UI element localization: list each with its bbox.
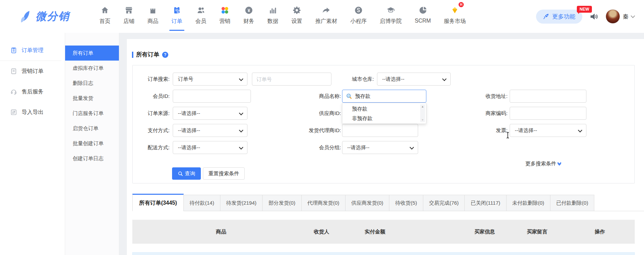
chevron-down-icon [239,111,243,115]
col-paid-amount: 实付金额 [365,220,385,244]
nav-item-orders[interactable]: 订单 [165,0,189,33]
reset-button[interactable]: 重置搜索条件 [203,167,245,180]
rocket-icon [543,13,549,20]
product-name-combobox[interactable]: 预存款 [342,90,426,103]
home-icon [100,5,109,15]
chevron-down-icon [239,77,243,81]
sidebar-item-after-sales[interactable]: 售后服务 [0,81,65,102]
more-search-link[interactable]: 更多搜索条件 [525,160,561,167]
nav-item-data[interactable]: 数据 [261,0,285,33]
submenu-item-store-service-orders[interactable]: 门店服务订单 [65,106,119,121]
text-cursor [506,132,510,139]
scroll-down-icon[interactable]: ▼ [421,118,424,122]
receiver-address-label: 收货地址: [439,90,508,103]
submenu-item-batch-shipment[interactable]: 批量发货 [65,91,119,106]
order-source-select[interactable]: --请选择-- [173,107,247,120]
nav-item-finance[interactable]: ¥ 财务 [237,0,261,33]
more-features-button[interactable]: 更多功能 NEW [536,10,582,24]
member-id-label: 会员ID: [133,90,170,103]
pie-chart-icon [418,5,427,15]
product-name-dropdown: 预存款 非预存款 ▲ ▼ [342,103,426,124]
marketing-icon [220,5,229,15]
nav-item-service-market[interactable]: H 服务市场 [437,0,472,33]
magnifier-icon [346,93,352,100]
dropdown-option[interactable]: 预存款 [342,104,426,114]
nav-item-goods[interactable]: 商品 [141,0,165,33]
nav-item-scrm[interactable]: SCRM [408,0,437,33]
nav-item-academy[interactable]: 启博学院 [373,0,408,33]
nav-item-marketing[interactable]: 营销 [213,0,237,33]
user-menu[interactable]: 秦 [606,9,634,24]
submenu-item-batch-create-orders[interactable]: 批量创建订单 [65,136,119,151]
sidebar-item-marketing-orders[interactable]: 营销订单 [0,61,65,81]
member-id-input[interactable] [173,90,251,103]
tab-completed[interactable]: 交易完成(76) [423,195,465,211]
merchant-code-input[interactable] [510,107,586,120]
nav-item-home[interactable]: 首页 [93,0,117,33]
col-receiver: 收货人 [314,220,329,244]
submenu-item-create-order-log[interactable]: 创建订单日志 [65,151,119,166]
nav-item-members[interactable]: 会员 [189,0,213,33]
orders-table-header: 商品 收货人 实付金额 买家信息 买家留言 操作 [132,220,635,244]
tab-partial-shipment[interactable]: 部分发货(0) [263,195,301,211]
nav-item-settings[interactable]: 设置 [285,0,309,33]
delivery-method-label: 配送方式: [133,141,170,154]
submenu-item-delete-log[interactable]: 删除日志 [65,76,119,91]
bag-icon [148,5,157,15]
tab-paid-deleted[interactable]: 已付款删除(0) [550,195,594,211]
tab-pending-shipment[interactable]: 待发货(2194) [220,195,263,211]
member-group-label: 会员分组: [272,141,341,154]
chevron-down-icon [578,128,582,132]
tab-all-orders[interactable]: 所有订单(3445) [132,194,184,211]
gear-icon [292,5,301,15]
tab-agent-shipment[interactable]: 代理商发货(0) [302,195,345,211]
announcement-speaker-icon[interactable] [589,12,599,21]
sidebar-item-label: 营销订单 [22,68,44,75]
col-product: 商品 [216,220,226,244]
chevron-down-icon [442,77,447,81]
order-search-type-select[interactable]: 订单号 [173,73,247,86]
nav-item-promo-material[interactable]: 推广素材 [309,0,344,33]
product-name-label: 商品名称: [272,90,341,103]
query-button[interactable]: 查询 [172,167,201,180]
tab-pending-receipt[interactable]: 待收货(5) [389,195,423,211]
tab-unpaid-deleted[interactable]: 未付款删除(0) [507,195,550,211]
hot-badge: H [459,2,464,7]
new-badge: NEW [577,6,592,13]
submenu-item-all-orders[interactable]: 所有订单 [65,46,119,61]
city-warehouse-select[interactable]: --请选择-- [377,73,451,86]
gem-icon: H [450,5,459,15]
app-logo[interactable]: 微分销 [19,9,89,24]
delivery-method-select[interactable]: --请选择-- [173,141,247,154]
ship-agent-id-label: 发货代理商ID: [272,124,341,137]
scroll-up-icon[interactable]: ▲ [421,105,424,108]
pay-method-label: 支付方式: [133,124,170,137]
submenu-item-qibo-warehouse-orders[interactable]: 启货仓订单 [65,121,119,136]
order-search-label: 订单搜索: [133,73,170,86]
col-buyer-info: 买家信息 [474,220,495,244]
dropdown-scrollbar[interactable]: ▲ ▼ [420,104,425,122]
chevron-down-icon [239,128,243,132]
main-content: 所有订单 ? 订单搜索: 订单号 城市仓库: --请选择-- 会员ID: 商品名… [119,33,644,255]
help-icon[interactable]: ? [162,52,168,58]
sidebar-item-import-export[interactable]: 导入导出 [0,102,65,123]
nav-item-miniprogram[interactable]: 小程序 [344,0,373,33]
sidebar-item-label: 售后服务 [22,88,44,95]
username: 秦 [623,13,629,21]
invoice-label: 发票: [439,124,508,137]
secondary-sidebar: 所有订单 虚拟库存订单 删除日志 批量发货 门店服务订单 启货仓订单 批量创建订… [65,33,119,255]
sidebar-item-order-management[interactable]: 订单管理 [0,40,65,61]
pay-method-select[interactable]: --请选择-- [173,124,247,137]
tab-closed[interactable]: 已关闭(1117) [465,195,506,211]
invoice-select[interactable]: --请选择-- [510,124,586,137]
tab-supplier-shipment[interactable]: 供应商发货(0) [345,195,389,211]
tab-pending-payment[interactable]: 待付款(14) [184,195,220,211]
chevron-down-icon [239,145,243,150]
nav-item-shop[interactable]: 店铺 [117,0,141,33]
logo-text: 微分销 [36,9,70,24]
receiver-address-input[interactable] [510,90,586,103]
member-group-select[interactable]: --请选择-- [342,141,418,154]
submenu-item-virtual-stock-orders[interactable]: 虚拟库存订单 [65,61,119,76]
dropdown-option[interactable]: 非预存款 [342,114,426,123]
ship-agent-id-input[interactable] [342,124,418,137]
